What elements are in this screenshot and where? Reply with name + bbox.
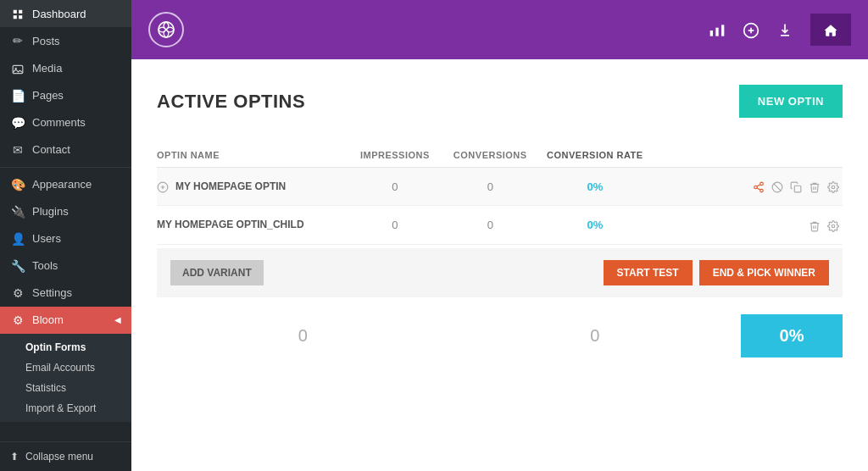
settings-label: Settings [32, 286, 72, 299]
dashboard-icon [10, 7, 25, 20]
bloom-sub-statistics[interactable]: Statistics [0, 378, 131, 398]
copy-icon[interactable] [790, 180, 802, 193]
rate-1: 0% [537, 180, 652, 193]
sidebar-item-contact[interactable]: ✉ Contact [0, 136, 131, 163]
plugins-label: Plugins [32, 205, 69, 218]
comments-label: Comments [32, 116, 86, 129]
pages-label: Pages [32, 89, 64, 102]
summary-rate: 0% [741, 314, 843, 357]
settings-icon: ⚙ [10, 286, 25, 300]
svg-rect-3 [19, 15, 22, 19]
sidebar-item-pages[interactable]: 📄 Pages [0, 82, 131, 109]
sidebar-item-comments[interactable]: 💬 Comments [0, 109, 131, 136]
collapse-menu-button[interactable]: ⬆ Collapse menu [0, 441, 131, 471]
col-header-actions [652, 150, 843, 160]
optin-name-2: MY HOMEPAGE OPTIN_CHILD [157, 219, 348, 230]
settings-row-icon-2[interactable] [827, 218, 839, 231]
pages-icon: 📄 [10, 89, 25, 103]
summary-conversions: 0 [449, 326, 742, 346]
add-variant-button[interactable]: ADD VARIANT [170, 260, 264, 285]
impressions-1: 0 [348, 180, 442, 193]
disable-icon[interactable] [771, 180, 783, 193]
bloom-arrow: ◀ [114, 315, 121, 324]
row-actions-1 [652, 180, 843, 193]
users-icon: 👤 [10, 232, 25, 246]
bloom-sub-email-accounts[interactable]: Email Accounts [0, 357, 131, 378]
col-header-name: OPTIN NAME [157, 150, 348, 160]
sidebar-item-users[interactable]: 👤 Users [0, 225, 131, 252]
col-header-conversions: CONVERSIONS [442, 150, 537, 160]
posts-icon: ✏ [10, 34, 25, 47]
delete-icon[interactable] [809, 180, 821, 193]
end-pick-winner-button[interactable]: END & PICK WINNER [699, 260, 829, 285]
svg-point-24 [832, 186, 835, 190]
impressions-2: 0 [348, 219, 442, 231]
start-test-button[interactable]: START TEST [604, 260, 693, 285]
conversions-1: 0 [442, 180, 537, 193]
tools-icon: 🔧 [10, 259, 25, 273]
sidebar-item-plugins[interactable]: 🔌 Plugins [0, 198, 131, 225]
sidebar-item-appearance[interactable]: 🎨 Appearance [0, 171, 131, 198]
svg-rect-4 [13, 65, 23, 73]
bloom-logo [148, 12, 184, 47]
comments-icon: 💬 [10, 116, 25, 130]
sidebar-item-dashboard[interactable]: Dashboard [0, 0, 131, 27]
conversions-2: 0 [442, 219, 537, 231]
svg-point-25 [832, 224, 835, 228]
table-header: OPTIN NAME IMPRESSIONS CONVERSIONS CONVE… [157, 143, 843, 168]
share-icon[interactable] [753, 180, 765, 193]
table-row: MY HOMEPAGE OPTIN 0 0 0% [157, 168, 843, 206]
svg-point-18 [760, 190, 764, 193]
plugins-icon: 🔌 [10, 205, 25, 219]
bloom-sub-optin-forms[interactable]: Optin Forms [0, 337, 131, 357]
sidebar-item-media[interactable]: Media [0, 54, 131, 81]
users-label: Users [32, 232, 61, 245]
sidebar-item-bloom[interactable]: ⚙ Bloom ◀ [0, 307, 131, 334]
optin-row-icon [157, 180, 169, 193]
import-export-icon[interactable] [776, 20, 793, 38]
bloom-sub-import-export[interactable]: Import & Export [0, 398, 131, 418]
svg-point-16 [760, 182, 764, 186]
new-optin-button[interactable]: NEW OPTIN [739, 85, 843, 118]
svg-rect-7 [710, 30, 713, 36]
sidebar-divider [0, 167, 131, 168]
bloom-icon: ⚙ [10, 313, 25, 327]
sidebar-item-posts[interactable]: ✏ Posts [0, 27, 131, 54]
stats-icon[interactable] [709, 20, 726, 38]
svg-rect-1 [19, 10, 22, 14]
settings-row-icon[interactable] [827, 180, 839, 193]
delete-icon-2[interactable] [809, 218, 821, 231]
svg-rect-9 [721, 25, 724, 36]
summary-row: 0 0 0% [157, 301, 843, 371]
col-header-rate: CONVERSION RATE [537, 150, 652, 160]
page-title: ACTIVE OPTINS [157, 91, 305, 113]
contact-icon: ✉ [10, 143, 25, 157]
summary-impressions: 0 [157, 326, 449, 346]
svg-rect-8 [715, 27, 718, 36]
top-bar [131, 0, 868, 59]
footer-buttons: START TEST END & PICK WINNER [604, 260, 829, 285]
posts-label: Posts [32, 35, 60, 47]
collapse-icon: ⬆ [10, 451, 19, 463]
sidebar-item-tools[interactable]: 🔧 Tools [0, 252, 131, 280]
table-footer: ADD VARIANT START TEST END & PICK WINNER [157, 248, 843, 297]
optin-name-1: MY HOMEPAGE OPTIN [157, 180, 348, 193]
page-header: ACTIVE OPTINS NEW OPTIN [157, 85, 843, 118]
appearance-label: Appearance [32, 178, 92, 191]
dashboard-label: Dashboard [32, 8, 86, 20]
top-bar-icons [709, 14, 851, 45]
sidebar-item-settings[interactable]: ⚙ Settings [0, 280, 131, 307]
svg-line-20 [757, 185, 760, 186]
bloom-label: Bloom [32, 313, 64, 326]
svg-rect-2 [14, 15, 17, 19]
col-header-impressions: IMPRESSIONS [348, 150, 442, 160]
bloom-submenu: Optin Forms Email Accounts Statistics Im… [0, 334, 131, 422]
rate-2: 0% [537, 219, 652, 231]
contact-label: Contact [32, 143, 70, 156]
home-icon[interactable] [810, 14, 851, 45]
add-circle-icon[interactable] [743, 20, 760, 38]
svg-rect-0 [14, 10, 17, 14]
media-label: Media [32, 62, 62, 75]
svg-line-19 [757, 188, 760, 190]
main-wrapper: ACTIVE OPTINS NEW OPTIN OPTIN NAME IMPRE… [131, 0, 868, 471]
